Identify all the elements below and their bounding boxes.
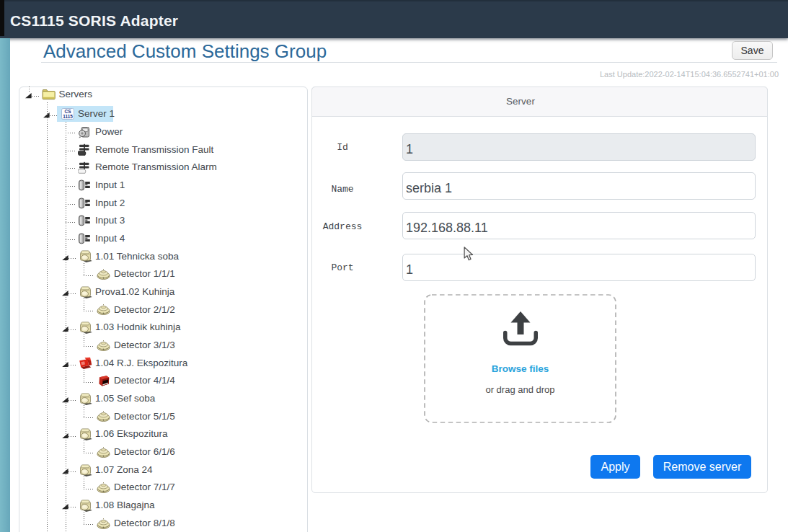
svg-text:1115: 1115	[63, 114, 73, 119]
svg-text:CS: CS	[64, 109, 71, 114]
